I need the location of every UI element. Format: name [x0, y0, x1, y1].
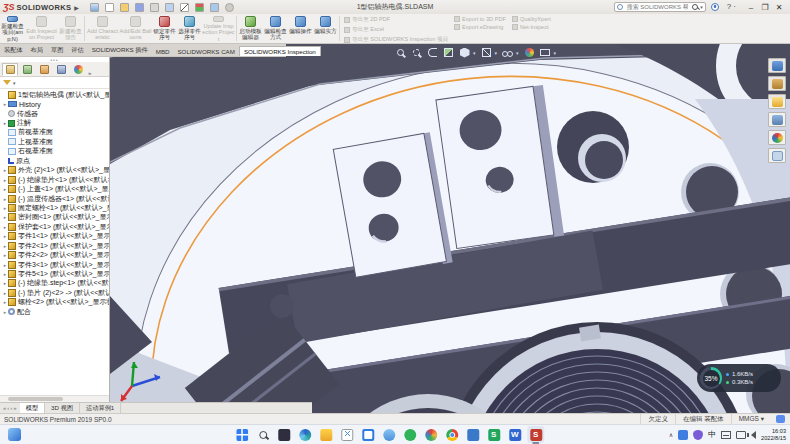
tree-item[interactable]: ▸配合 — [0, 307, 109, 316]
section-view-button[interactable] — [443, 47, 454, 58]
appearances-tab[interactable] — [768, 130, 786, 145]
viewport-canvas[interactable]: ▾▾▾▾ 35% 1.6KB/s 0.3KB/s — [110, 44, 790, 413]
tree-item[interactable]: ▸(-) 温度传感器<1> (默认<<默认>_显 — [0, 194, 109, 203]
tab-solidworks-插件[interactable]: SOLIDWORKS 插件 — [88, 45, 152, 56]
panel-hscrollbar[interactable] — [0, 395, 109, 402]
view-tab-nav-icon[interactable]: » — [13, 405, 16, 411]
ime-language[interactable]: 中 — [708, 429, 716, 440]
tree-item[interactable]: ▸保护套<1> (默认<<默认>_显示状态 — [0, 222, 109, 231]
tree-item[interactable]: ▸零件3<1> (默认<<默认>_显示状态 — [0, 260, 109, 269]
view-tab-运动算例1[interactable]: 运动算例1 — [80, 403, 121, 413]
weather-taskbar-button[interactable] — [380, 426, 397, 443]
tree-item[interactable]: ▸密封圈<1> (默认<<默认>_显示状态 — [0, 213, 109, 222]
login-icon[interactable] — [711, 3, 719, 11]
new-file-icon[interactable] — [105, 3, 114, 12]
dropdown-caret-icon[interactable]: ▾ — [473, 50, 476, 56]
tree-item[interactable]: ▸零件2<2> (默认<<默认>_显示状态 — [0, 250, 109, 259]
tab-草图[interactable]: 草图 — [47, 45, 67, 56]
taskbar-clock[interactable]: 16:03 2022/8/15 — [761, 428, 786, 442]
start-taskbar-button[interactable] — [233, 426, 250, 443]
task-view-taskbar-button[interactable] — [275, 426, 292, 443]
panel-tab-configurationmanager[interactable] — [36, 63, 52, 76]
save-icon[interactable] — [135, 3, 144, 12]
help-button[interactable]: ? · — [724, 1, 739, 13]
search-taskbar-button[interactable] — [254, 426, 271, 443]
dropdown-caret-icon[interactable]: ▾ — [495, 50, 498, 56]
search-caret-icon[interactable]: ▾ — [700, 4, 703, 10]
restore-button[interactable]: ❐ — [758, 1, 772, 14]
filter-icon[interactable] — [3, 80, 11, 85]
tree-item[interactable]: ▸(-) 垫片 (2)<2> -> (默认<<默认>_显 — [0, 288, 109, 297]
tree-item[interactable]: ▸外壳 (2)<1> (默认<<默认>_显示状态 — [0, 166, 109, 175]
edit-appearance-button[interactable] — [524, 47, 535, 58]
filter-caret-icon[interactable]: ▾ — [13, 80, 16, 86]
zoom-area-button[interactable] — [411, 47, 422, 58]
print-icon[interactable] — [150, 3, 159, 12]
help-search-box[interactable]: ▾ — [614, 2, 706, 12]
wps-writer-taskbar-button[interactable]: W — [506, 426, 523, 443]
undo-icon[interactable] — [165, 3, 174, 12]
view-orientation-button[interactable] — [459, 47, 470, 58]
options-icon[interactable] — [225, 3, 234, 12]
netdisk-icon[interactable] — [678, 430, 688, 440]
design-library-tab[interactable] — [768, 76, 786, 91]
view-tab-模型[interactable]: 模型 — [20, 403, 45, 413]
tab-布局[interactable]: 布局 — [27, 45, 47, 56]
tree-item[interactable]: ▸注解 — [0, 118, 109, 127]
tree-item[interactable]: ▸History — [0, 99, 109, 108]
tree-item[interactable]: 传感器 — [0, 109, 109, 118]
tree-filter-row[interactable]: ▾ — [0, 77, 109, 89]
tree-item[interactable]: 前视基准面 — [0, 128, 109, 137]
home-icon[interactable] — [90, 3, 99, 12]
hide-show-items-button[interactable] — [502, 47, 513, 58]
dropdown-caret-icon[interactable]: ▾ — [554, 50, 557, 56]
select-icon[interactable] — [180, 3, 189, 12]
view-tab-nav-icon[interactable]: ‹ — [7, 405, 9, 411]
display-style-button[interactable] — [481, 47, 492, 58]
edit-methods-button[interactable]: 编辑检查方式 — [263, 14, 288, 43]
template-editor-button[interactable]: 启动模板编辑器 — [238, 14, 263, 43]
view-palette-tab[interactable] — [768, 112, 786, 127]
hidden-icons-chevron[interactable]: ∧ — [669, 431, 673, 438]
edit-vendor-button[interactable]: 编辑实方 — [313, 14, 338, 43]
tree-item[interactable]: 右视基准面 — [0, 147, 109, 156]
rebuild-icon[interactable] — [195, 3, 204, 12]
tree-item[interactable]: ▸固定螺栓<1> (默认<<默认>_显示状 — [0, 203, 109, 212]
minimize-button[interactable]: – — [744, 1, 758, 14]
select-balloons-button[interactable]: 选择零件序号 — [177, 14, 202, 43]
widgets-weather-icon[interactable] — [8, 428, 21, 441]
app-green-taskbar-button[interactable] — [401, 426, 418, 443]
view-tab-nav-icon[interactable]: « — [3, 405, 6, 411]
tab-solidworks-cam[interactable]: SOLIDWORKS CAM — [173, 47, 238, 56]
tab-评估[interactable]: 评估 — [67, 45, 87, 56]
new-inspection-project-button[interactable]: 新建检查项目(amp;N) — [0, 14, 25, 43]
tree-item[interactable]: ▸零件1<1> (默认<<默认>_显示状态 — [0, 232, 109, 241]
zoom-fit-button[interactable] — [395, 47, 406, 58]
tree-item[interactable]: ▸(-) 绝缘垫.step<1> (默认<<默认>_ — [0, 279, 109, 288]
tree-item[interactable]: ▸零件2<1> (默认<<默认>_显示状态 — [0, 241, 109, 250]
search-scope-icon[interactable] — [617, 4, 623, 10]
panel-tab-featuremanager[interactable] — [2, 63, 18, 76]
file-explorer-tab[interactable] — [768, 94, 786, 109]
tree-item[interactable]: ▸螺栓<2> (默认<<默认>_显示状态 — [0, 298, 109, 307]
store-taskbar-button[interactable] — [359, 426, 376, 443]
security-icon[interactable] — [693, 430, 703, 440]
custom-properties-tab[interactable] — [768, 148, 786, 163]
explorer-taskbar-button[interactable] — [317, 426, 334, 443]
volume-icon[interactable] — [751, 431, 756, 439]
status-item[interactable]: MMGS ▾ — [731, 414, 771, 424]
tree-item[interactable]: ▸(-) 绝缘垫片<1> (默认<<默认>_显示 — [0, 175, 109, 184]
touch-keyboard-icon[interactable] — [721, 431, 731, 439]
tree-item[interactable]: 原点 — [0, 156, 109, 165]
panel-tab-dimxpertmanager[interactable] — [53, 63, 69, 76]
hscroll-thumb[interactable] — [8, 397, 63, 401]
panel-tab-propertymanager[interactable] — [19, 63, 35, 76]
chrome-taskbar-button[interactable] — [443, 426, 460, 443]
search-input[interactable] — [625, 3, 690, 11]
wps-sheet-taskbar-button[interactable]: S — [485, 426, 502, 443]
mail-taskbar-button[interactable] — [338, 426, 355, 443]
tree-item[interactable]: 上视基准面 — [0, 137, 109, 146]
view-tab-3D-视图[interactable]: 3D 视图 — [45, 403, 80, 413]
tab-装配体[interactable]: 装配体 — [0, 45, 27, 56]
previous-view-button[interactable] — [427, 47, 438, 58]
